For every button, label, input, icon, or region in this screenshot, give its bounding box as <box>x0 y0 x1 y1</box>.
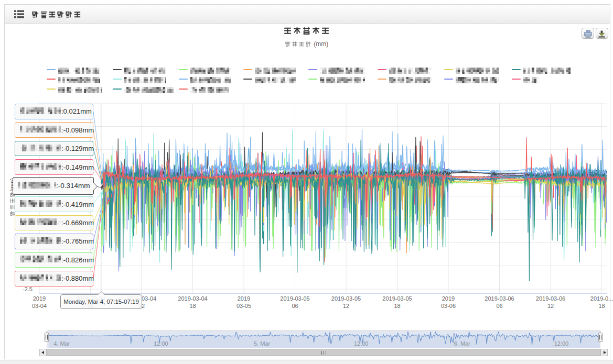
legend-series-name-redacted <box>255 67 296 76</box>
redacted-name-mosaic <box>456 77 499 83</box>
navigator-left-handle[interactable] <box>45 333 49 342</box>
legend-series-name-redacted <box>523 76 540 85</box>
legend-item[interactable] <box>47 75 100 83</box>
legend-item[interactable] <box>47 66 100 73</box>
legend-item[interactable] <box>444 75 499 83</box>
legend-marker <box>113 79 122 80</box>
redacted-name-mosaic <box>190 68 231 74</box>
scrollbar-thumb[interactable] <box>47 349 601 356</box>
navigator-right-handle[interactable] <box>598 333 603 342</box>
tooltip-box: :-0.669mm <box>15 215 93 231</box>
legend-series-name-redacted <box>190 76 231 85</box>
navigator-label: 5. Mar <box>254 340 270 347</box>
tooltip-series-name-redacted <box>20 274 61 283</box>
tooltip-value: :-0.826mm <box>61 256 94 264</box>
legend-item[interactable] <box>113 75 166 83</box>
redacted-name-mosaic <box>523 77 540 83</box>
tooltip-box: :-0.880mm <box>15 271 93 286</box>
legend-item[interactable] <box>378 66 432 73</box>
tooltip-series-name-redacted <box>20 145 61 153</box>
legend-marker <box>308 79 317 80</box>
legend-series-name-redacted <box>389 67 432 76</box>
legend-marker <box>378 69 386 70</box>
legend-item[interactable] <box>512 66 571 73</box>
tooltip-value: :-0.765mm <box>61 237 94 245</box>
legend-item[interactable] <box>308 75 365 83</box>
redacted-name-mosaic <box>124 77 166 83</box>
legend-item[interactable] <box>444 66 499 73</box>
tooltip-date-label: Monday, Mar 4, 07:15-07:19 <box>63 299 139 305</box>
legend-marker <box>179 69 188 70</box>
panel-header <box>5 5 610 24</box>
tooltip-value: :-0.669mm <box>61 219 94 227</box>
legend-marker <box>308 69 317 70</box>
tooltip-series-name-redacted <box>20 163 61 171</box>
redacted-name-mosaic <box>20 237 61 244</box>
tooltip-date-box: Monday, Mar 4, 07:15-07:19 <box>60 294 142 309</box>
navigator-label: 12:00 <box>154 340 168 347</box>
legend-marker <box>243 69 252 70</box>
download-chart-button[interactable] <box>596 28 608 39</box>
legend-item[interactable] <box>47 85 102 93</box>
legend-marker <box>47 69 56 70</box>
legend-series-name-redacted <box>124 67 166 76</box>
print-chart-button[interactable] <box>582 28 594 39</box>
x-axis-label: 201903-05 <box>220 295 267 310</box>
x-axis-label: 2019-03-0606 <box>476 295 523 310</box>
legend-series-name-redacted <box>456 76 499 85</box>
legend-item[interactable] <box>378 75 432 83</box>
legend-item[interactable] <box>113 85 174 93</box>
redacted-name-mosaic <box>58 87 102 93</box>
legend-series-name-redacted <box>320 67 365 76</box>
legend-series-name-redacted <box>523 67 571 76</box>
redacted-name-mosaic <box>255 68 296 74</box>
legend-series-name-redacted <box>320 76 365 85</box>
tooltip-series-name-redacted <box>20 200 61 208</box>
tooltip-series-name-redacted <box>18 182 56 190</box>
download-icon <box>598 30 606 38</box>
redacted-name-mosaic <box>18 182 56 189</box>
scrollbar-left-button[interactable] <box>39 349 47 356</box>
tooltip-value: :-0.880mm <box>61 274 94 282</box>
tooltip-box: :-0.419mm <box>15 196 93 212</box>
legend-marker <box>179 89 188 90</box>
tooltip-series-name-redacted <box>20 237 61 246</box>
tooltip-box: :-0.149mm <box>15 159 93 175</box>
tooltip-value: :-0.419mm <box>61 201 94 208</box>
tooltip-box: :-0.314mm <box>13 177 94 195</box>
legend-series-name-redacted <box>456 67 499 76</box>
panel-title <box>31 10 81 19</box>
tooltip-box: :-0.098mm <box>15 122 93 138</box>
legend-item[interactable] <box>512 75 540 83</box>
printer-icon <box>584 30 592 38</box>
tooltip-box: :-0.765mm <box>15 234 93 249</box>
redacted-name-mosaic <box>523 68 571 74</box>
legend-marker <box>113 69 122 70</box>
legend-item[interactable] <box>179 75 231 83</box>
legend-marker <box>113 89 122 90</box>
legend-marker <box>179 79 188 80</box>
redacted-name-mosaic <box>20 274 61 281</box>
legend-item[interactable] <box>308 66 365 73</box>
redacted-name-mosaic <box>456 68 499 74</box>
legend-item[interactable] <box>179 85 229 93</box>
legend-item[interactable] <box>243 75 296 83</box>
redacted-name-mosaic <box>255 77 296 83</box>
redacted-name-mosaic <box>124 87 174 93</box>
legend-item[interactable] <box>243 66 296 73</box>
legend-series-name-redacted <box>255 76 296 85</box>
redacted-name-mosaic <box>124 68 166 74</box>
legend-item[interactable] <box>179 66 231 73</box>
scrollbar-right-button[interactable] <box>600 349 608 356</box>
legend-series-name-redacted <box>58 67 100 76</box>
navigator-label: 12:00 <box>354 340 369 347</box>
navigator-label: 12:00 <box>554 340 569 347</box>
tooltip-series-name-redacted <box>20 256 61 264</box>
legend-series-name-redacted <box>58 86 102 95</box>
legend-series-name-redacted <box>58 76 100 85</box>
legend-marker <box>47 79 56 80</box>
redacted-name-mosaic <box>389 68 432 74</box>
page-bottom-strip <box>0 360 613 364</box>
x-axis-label: 201903-06 <box>425 295 472 310</box>
legend-item[interactable] <box>113 66 166 73</box>
